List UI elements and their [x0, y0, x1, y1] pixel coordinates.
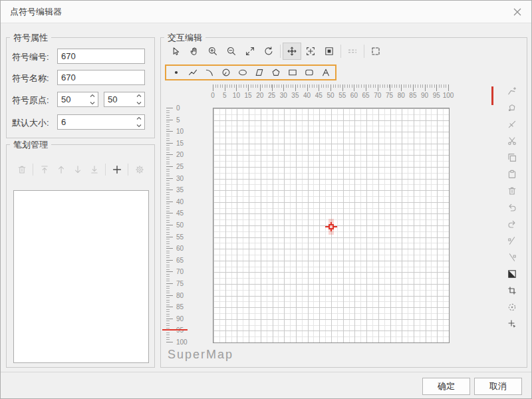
- undo-icon: [507, 202, 517, 213]
- text-icon: [321, 67, 331, 78]
- dash-style-tool[interactable]: [343, 43, 362, 60]
- ruler-label: 80: [398, 92, 405, 99]
- pan-tool[interactable]: [185, 43, 203, 60]
- ruler-label: 0: [176, 104, 180, 112]
- rectangle-icon: [287, 67, 298, 78]
- mirror-vertical-tool[interactable]: [504, 251, 520, 264]
- zoom-out-tool[interactable]: [222, 43, 241, 60]
- main-toolbar: [166, 43, 385, 60]
- zoom-fit-tool[interactable]: [241, 43, 259, 60]
- ruler-label: 15: [176, 139, 184, 146]
- zoom-in-tool[interactable]: [203, 43, 222, 60]
- symbol-number-input[interactable]: [57, 49, 145, 64]
- draw-text-tool[interactable]: [317, 66, 334, 79]
- redo-icon: [507, 219, 517, 229]
- add-node-tool[interactable]: [504, 84, 520, 98]
- move-top-button[interactable]: [37, 162, 53, 178]
- ruler-red-marker[interactable]: [162, 329, 188, 331]
- paste-tool[interactable]: [504, 168, 520, 181]
- cut-tool[interactable]: [504, 134, 520, 148]
- stroke-settings-button[interactable]: [132, 162, 148, 178]
- supermap-watermark: SuperMap: [168, 348, 233, 362]
- edit-node-tool[interactable]: [504, 101, 520, 114]
- crop-tool[interactable]: [504, 284, 520, 297]
- cancel-button[interactable]: 取消: [474, 378, 522, 395]
- origin-x-input[interactable]: [58, 92, 86, 106]
- move-up-button[interactable]: [53, 162, 69, 178]
- refresh-icon: [263, 46, 274, 57]
- move-bottom-button[interactable]: [86, 162, 102, 178]
- pick-point-tool[interactable]: [504, 317, 520, 331]
- move-top-icon: [39, 164, 50, 175]
- horizontal-ruler-ticks: [213, 84, 449, 91]
- draw-rectangle-tool[interactable]: [284, 66, 301, 79]
- symbol-name-input[interactable]: [57, 70, 145, 85]
- move-origin-tool[interactable]: [283, 43, 301, 60]
- origin-y-input[interactable]: [104, 92, 133, 106]
- view-box-tool[interactable]: [366, 43, 385, 60]
- origin-y-spinner[interactable]: [104, 92, 145, 107]
- delete-stroke-button[interactable]: [14, 162, 30, 178]
- rotate-tool[interactable]: [504, 301, 520, 314]
- filled-square-icon: [324, 46, 334, 57]
- draw-point-tool[interactable]: [168, 66, 184, 79]
- draw-parallelogram-tool[interactable]: [251, 66, 267, 79]
- chevron-up-icon: [136, 116, 142, 120]
- selection-box-icon: [370, 46, 381, 57]
- ok-button[interactable]: 确定: [422, 378, 470, 395]
- ellipse-icon: [237, 67, 248, 78]
- draw-arc-tool[interactable]: [201, 66, 217, 79]
- plus-icon: [112, 164, 122, 175]
- add-stroke-button[interactable]: [109, 162, 125, 178]
- copy-tool[interactable]: [504, 151, 520, 164]
- draw-polyline-tool[interactable]: [184, 66, 201, 79]
- chevron-up-icon: [90, 94, 95, 98]
- draw-polygon-tool[interactable]: [267, 66, 284, 79]
- move-crosshair-icon: [287, 46, 297, 57]
- stroke-list[interactable]: [13, 190, 149, 363]
- origin-x-spinner[interactable]: [57, 92, 98, 107]
- trash-icon: [17, 164, 27, 175]
- locate-center-tool[interactable]: [301, 43, 320, 60]
- pentagon-icon: [271, 67, 281, 78]
- hand-icon: [189, 46, 200, 57]
- default-size-up-button[interactable]: [134, 115, 144, 122]
- ruler-label: 60: [350, 92, 358, 99]
- intersect-tool[interactable]: [504, 118, 520, 131]
- parallelogram-icon: [254, 67, 265, 78]
- ruler-label: 15: [245, 92, 252, 99]
- draw-ellipse-tool[interactable]: [234, 66, 251, 79]
- symbol-edit-canvas[interactable]: [213, 108, 450, 343]
- origin-x-down-button[interactable]: [87, 100, 98, 107]
- ruler-label: 5: [176, 116, 180, 123]
- copy-icon: [507, 152, 517, 163]
- ruler-label: 20: [256, 92, 263, 99]
- rounded-rectangle-icon: [304, 67, 315, 78]
- fill-style-tool[interactable]: [504, 267, 520, 281]
- origin-x-up-button[interactable]: [87, 92, 98, 100]
- vertical-ruler-ticks: [166, 108, 173, 342]
- close-button[interactable]: [513, 7, 522, 17]
- draw-circle-tool[interactable]: [217, 66, 234, 79]
- origin-y-down-button[interactable]: [134, 100, 144, 107]
- undo-tool[interactable]: [504, 201, 520, 214]
- default-size-down-button[interactable]: [134, 122, 144, 130]
- point-symbol-editor-dialog: 点符号编辑器 符号属性 符号编号: 符号名称: 符号原点:: [0, 0, 532, 399]
- titlebar: 点符号编辑器: [1, 1, 531, 23]
- draw-rounded-rectangle-tool[interactable]: [301, 66, 317, 79]
- ruler-label: 65: [362, 92, 370, 99]
- origin-y-up-button[interactable]: [134, 92, 144, 100]
- symbol-origin-marker[interactable]: [325, 221, 337, 233]
- default-size-spinner[interactable]: [57, 114, 145, 130]
- ruler-label: 90: [176, 315, 184, 322]
- select-tool[interactable]: [166, 43, 185, 60]
- stroke-management-title: 笔划管理: [10, 139, 51, 150]
- default-size-input[interactable]: [58, 115, 133, 129]
- delete-tool[interactable]: [504, 184, 520, 198]
- background-style-tool[interactable]: [320, 43, 338, 60]
- refresh-tool[interactable]: [259, 43, 278, 60]
- mirror-horizontal-tool[interactable]: [504, 234, 520, 247]
- redo-tool[interactable]: [504, 217, 520, 231]
- symbol-name-label: 符号名称:: [12, 72, 49, 84]
- move-down-button[interactable]: [70, 162, 86, 178]
